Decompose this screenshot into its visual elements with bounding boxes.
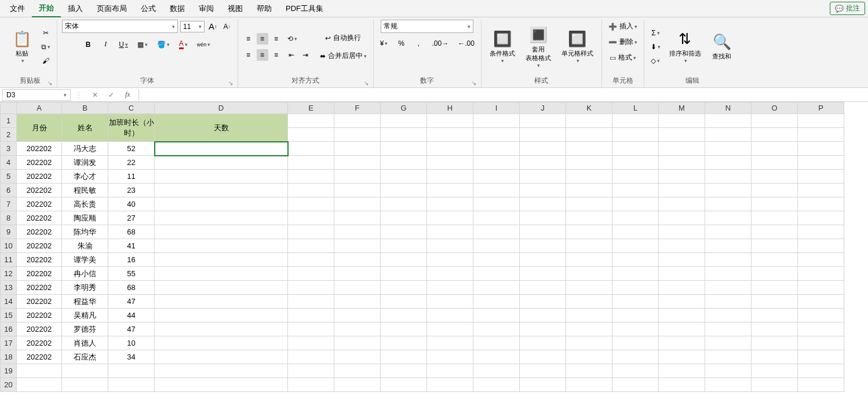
- select-all-corner[interactable]: [1, 102, 17, 114]
- cell-L1[interactable]: [612, 114, 659, 128]
- col-header-H[interactable]: H: [427, 102, 473, 114]
- col-header-O[interactable]: O: [752, 102, 798, 114]
- menu-insert[interactable]: 插入: [61, 1, 90, 17]
- cell-B20[interactable]: [62, 378, 108, 392]
- cell-P11[interactable]: [798, 253, 844, 267]
- cell-H7[interactable]: [427, 197, 473, 211]
- cell-I14[interactable]: [473, 295, 520, 309]
- cell-C11[interactable]: 16: [108, 253, 155, 267]
- cell-D6[interactable]: [155, 184, 288, 197]
- cell-F2[interactable]: [334, 128, 381, 142]
- cell-L20[interactable]: [612, 378, 659, 392]
- cell-H3[interactable]: [427, 142, 473, 156]
- cell-C18[interactable]: 34: [108, 350, 155, 364]
- cell-N7[interactable]: [705, 197, 752, 211]
- cell-N8[interactable]: [705, 211, 752, 225]
- cell-F13[interactable]: [334, 281, 381, 295]
- cell-P13[interactable]: [798, 281, 844, 295]
- cell-E8[interactable]: [288, 211, 334, 225]
- cell-I5[interactable]: [473, 170, 520, 184]
- cell-I8[interactable]: [473, 211, 520, 225]
- fill-color-button[interactable]: 🪣▾: [155, 39, 172, 50]
- cell-L16[interactable]: [612, 322, 659, 336]
- align-right-button[interactable]: ≡: [271, 49, 282, 61]
- cell-M16[interactable]: [659, 322, 705, 336]
- cell-E2[interactable]: [288, 128, 334, 142]
- col-header-C[interactable]: C: [108, 102, 155, 114]
- cell-F12[interactable]: [334, 267, 381, 281]
- cell-C4[interactable]: 22: [108, 156, 155, 170]
- cell-B6[interactable]: 程民敏: [62, 184, 108, 197]
- cell-B7[interactable]: 高长贵: [62, 197, 108, 211]
- row-header-5[interactable]: 5: [1, 170, 17, 184]
- cell-K19[interactable]: [566, 364, 612, 378]
- cell-M4[interactable]: [659, 156, 705, 170]
- bold-button[interactable]: B: [82, 39, 94, 50]
- cell-P10[interactable]: [798, 239, 844, 253]
- row-header-20[interactable]: 20: [1, 378, 17, 392]
- cell-B12[interactable]: 冉小信: [62, 267, 108, 281]
- menu-home[interactable]: 开始: [32, 0, 61, 17]
- col-header-L[interactable]: L: [612, 102, 659, 114]
- underline-button[interactable]: U▾: [117, 39, 130, 50]
- align-bottom-button[interactable]: ≡: [271, 33, 282, 45]
- cell-A13[interactable]: 202202: [17, 281, 62, 295]
- cell-P9[interactable]: [798, 225, 844, 239]
- cell-K13[interactable]: [566, 281, 612, 295]
- cell-L8[interactable]: [612, 211, 659, 225]
- cell-A18[interactable]: 202202: [17, 350, 62, 364]
- row-header-11[interactable]: 11: [1, 253, 17, 267]
- delete-cells-button[interactable]: ➖删除▾: [607, 35, 639, 49]
- cell-F8[interactable]: [334, 211, 381, 225]
- number-format-select[interactable]: 常规▾: [381, 20, 473, 33]
- cell-K4[interactable]: [566, 156, 612, 170]
- col-header-A[interactable]: A: [17, 102, 62, 114]
- launcher-icon[interactable]: ↘: [364, 80, 369, 86]
- menu-pdf[interactable]: PDF工具集: [279, 1, 330, 17]
- cell-O3[interactable]: [752, 142, 798, 156]
- cell-J1[interactable]: [520, 114, 566, 128]
- launcher-icon[interactable]: ↘: [228, 80, 233, 86]
- cell-O6[interactable]: [752, 184, 798, 197]
- cell-A10[interactable]: 202202: [17, 239, 62, 253]
- cell-O13[interactable]: [752, 281, 798, 295]
- cell-M17[interactable]: [659, 336, 705, 350]
- row-header-7[interactable]: 7: [1, 197, 17, 211]
- cell-F19[interactable]: [334, 364, 381, 378]
- cell-I19[interactable]: [473, 364, 520, 378]
- launcher-icon[interactable]: ↘: [472, 80, 476, 86]
- cell-F1[interactable]: [334, 114, 381, 128]
- cell-F11[interactable]: [334, 253, 381, 267]
- row-header-17[interactable]: 17: [1, 336, 17, 350]
- col-header-P[interactable]: P: [798, 102, 844, 114]
- cell-N3[interactable]: [705, 142, 752, 156]
- cell-K8[interactable]: [566, 211, 612, 225]
- cell-H15[interactable]: [427, 309, 473, 322]
- cell-A20[interactable]: [17, 378, 62, 392]
- cell-O19[interactable]: [752, 364, 798, 378]
- increase-font-button[interactable]: A↑: [207, 20, 219, 33]
- cell-I11[interactable]: [473, 253, 520, 267]
- cell-I3[interactable]: [473, 142, 520, 156]
- cell-I17[interactable]: [473, 336, 520, 350]
- cell-H1[interactable]: [427, 114, 473, 128]
- cell-J19[interactable]: [520, 364, 566, 378]
- cell-B13[interactable]: 李明秀: [62, 281, 108, 295]
- cell-C17[interactable]: 10: [108, 336, 155, 350]
- cell-H13[interactable]: [427, 281, 473, 295]
- orientation-button[interactable]: ⟲▾: [286, 33, 299, 45]
- annotate-button[interactable]: 💬 批注: [830, 2, 865, 15]
- cell-I13[interactable]: [473, 281, 520, 295]
- cell-A1[interactable]: 月份: [17, 114, 62, 142]
- cell-N12[interactable]: [705, 267, 752, 281]
- autosum-button[interactable]: Σ▾: [649, 27, 662, 39]
- cell-C20[interactable]: [108, 378, 155, 392]
- cell-K14[interactable]: [566, 295, 612, 309]
- cell-I4[interactable]: [473, 156, 520, 170]
- clear-button[interactable]: ◇▾: [649, 55, 662, 67]
- cell-K15[interactable]: [566, 309, 612, 322]
- decrease-font-button[interactable]: A↓: [221, 21, 233, 32]
- cell-H5[interactable]: [427, 170, 473, 184]
- cell-N9[interactable]: [705, 225, 752, 239]
- decrease-indent-button[interactable]: ⇤: [286, 49, 297, 61]
